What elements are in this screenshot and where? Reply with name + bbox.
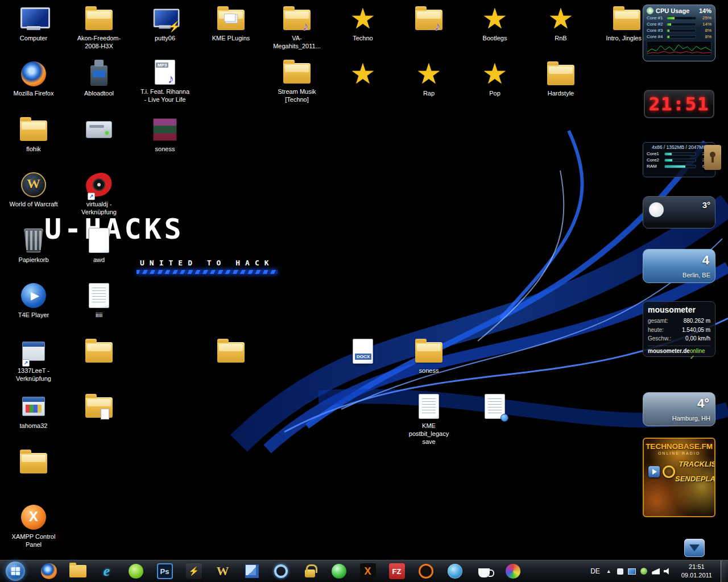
- taskbar-button-orange-ring-app[interactable]: [411, 560, 440, 582]
- taskbar-button-lock-app[interactable]: [295, 560, 324, 582]
- wallpaper-logo-underline: [136, 270, 278, 274]
- desktop-icon-xampp-control-panel[interactable]: XXAMPP Control Panel: [7, 503, 60, 549]
- desktop-icon-abloadtool[interactable]: Abloadtool: [73, 60, 125, 98]
- taskbar-button-blue-ring-app[interactable]: [266, 560, 295, 582]
- desktop-icon-virtualdj-verkn-pfung[interactable]: virtualdj - Verknüpfung: [73, 171, 125, 217]
- desktop-icon-t-i-feat-rihanna-live-your-life[interactable]: MP3♪T.i. Feat. Rihanna - Live Your Life: [139, 58, 191, 104]
- desktop-icon-textfile-badge-35[interactable]: [469, 392, 521, 422]
- weather-gadget-hamburg[interactable]: 4° Hamburg, HH: [643, 392, 715, 426]
- desktop-icon-rnb[interactable]: ★RnB: [535, 5, 587, 43]
- taskbar-button-xfire[interactable]: X: [353, 560, 382, 582]
- taskbar-button-explorer[interactable]: [63, 560, 92, 582]
- mousometer-gadget[interactable]: mousometer gesamt:880.262 mheute:1.540,0…: [643, 301, 715, 357]
- weather-gadget-berlin[interactable]: 4 Berlin, BE: [643, 249, 715, 283]
- taskbar-clock[interactable]: 21:51 09.01.2011: [677, 563, 717, 580]
- taskbar-button-paint[interactable]: [498, 560, 527, 582]
- orange-ring-app-icon: [419, 564, 433, 579]
- desktop-icon-drive-19[interactable]: [73, 115, 125, 146]
- show-desktop-button[interactable]: [721, 560, 728, 582]
- desktop-icon-t4e-player[interactable]: ▶T4E Player: [7, 281, 60, 319]
- desktop-icon-label: Techno: [337, 35, 389, 43]
- desktop-icon-pop[interactable]: ★Pop: [469, 60, 521, 98]
- start-button[interactable]: [6, 562, 25, 581]
- desktop-icon-label: flohik: [7, 146, 60, 153]
- language-indicator[interactable]: DE: [588, 566, 602, 576]
- lock-gadget[interactable]: [704, 145, 721, 170]
- cloud-graphic: [643, 218, 715, 228]
- taskbar-button-winamp[interactable]: ⚡: [179, 560, 208, 582]
- technobase-tracklist-link[interactable]: TRACKLIST: [675, 460, 715, 468]
- desktop-icon-rap[interactable]: ★Rap: [403, 60, 455, 98]
- desktop-icon-1337leet-verkn-pfung[interactable]: 1337LeeT - Verknüpfung: [7, 337, 60, 383]
- display-icon[interactable]: [627, 567, 637, 576]
- clock-gadget[interactable]: 21:51: [644, 90, 714, 118]
- desktop[interactable]: U-HACKS UNITED TO HACK ComputerAkon-Free…: [0, 0, 728, 560]
- gadget-scroll-down-button[interactable]: [684, 539, 705, 557]
- desktop-icon-folder-28[interactable]: [73, 337, 125, 367]
- usb-icon[interactable]: [615, 567, 625, 576]
- taskbar-button-cube-app[interactable]: [237, 560, 266, 582]
- desktop-icon-akon-freedom-2008-h3x[interactable]: Akon-Freedom-2008-H3X: [73, 5, 125, 51]
- taskbar-button-wow[interactable]: W: [208, 560, 237, 582]
- desktop-icon-folder-page-33[interactable]: [73, 392, 125, 422]
- taskbar-button-filezilla[interactable]: FZ: [382, 560, 411, 582]
- desktop-icon-world-of-warcraft[interactable]: WWorld of Warcraft: [7, 171, 60, 209]
- desktop-icon-kme-postbit-legacy-save[interactable]: KME postbit_legacy save: [403, 392, 455, 446]
- taskbar-time: 21:51: [681, 563, 712, 571]
- desktop-icon-awd[interactable]: awd: [73, 226, 125, 264]
- desktop-icon-putty06[interactable]: ⚡putty06: [139, 5, 191, 43]
- paint-icon: [506, 564, 520, 579]
- desktop-icon-stream-musik-techno[interactable]: Stream Musik [Techno]: [271, 58, 323, 104]
- desktop-icon-flohik[interactable]: flohik: [7, 115, 60, 153]
- recycle-icon: [18, 226, 49, 255]
- cpu-history-graph: [647, 41, 712, 56]
- vinyl-icon: [83, 171, 115, 199]
- hidden-icons-chevron[interactable]: [606, 568, 611, 574]
- taskbar-button-firefox[interactable]: [34, 560, 63, 582]
- desktop-icon-techno[interactable]: ★Techno: [337, 5, 389, 43]
- weather-gadget-night[interactable]: 3°: [643, 196, 715, 228]
- desktop-icon-folder-29[interactable]: [205, 337, 257, 367]
- mousometer-link[interactable]: mousometer.de: [648, 348, 690, 360]
- cpu-usage-gadget[interactable]: CPU Usage 14% Core #125%Core #214%Core #…: [643, 5, 715, 61]
- desktop-icon-kme-plugins[interactable]: KME PLugins: [205, 5, 257, 43]
- play-icon[interactable]: [648, 466, 660, 477]
- desktop-icon-tahoma32[interactable]: tahoma32: [7, 392, 60, 430]
- cpu-total-value: 14%: [699, 7, 712, 14]
- desktop-icon-soness[interactable]: soness: [403, 337, 455, 375]
- desktop-icon-soness[interactable]: soness: [139, 115, 191, 153]
- taskbar-button-photoshop[interactable]: Ps: [150, 560, 179, 582]
- technobase-banner[interactable]: TECHNOBASE.FM ONLINE RADIO TRACKLIST & S…: [643, 438, 715, 517]
- folder-icon: [18, 448, 49, 476]
- technobase-subtitle: ONLINE RADIO: [644, 451, 714, 455]
- desktop-icon-computer[interactable]: Computer: [7, 5, 60, 43]
- star-icon: ★: [479, 60, 511, 88]
- mousometer-stat-row: gesamt:880.262 m: [648, 317, 710, 326]
- folder-icon: [215, 337, 247, 365]
- technobase-sendeplan-link[interactable]: SENDEPLAN: [675, 475, 715, 483]
- taskbar-button-green-orb-app[interactable]: [324, 560, 353, 582]
- taskbar-button-java[interactable]: [469, 560, 498, 582]
- folder-icon: [281, 58, 313, 86]
- volume-icon[interactable]: [663, 567, 673, 576]
- desktop-icon-star-14[interactable]: ★: [337, 60, 389, 90]
- desktop-icon-hardstyle[interactable]: Hardstyle: [535, 60, 587, 98]
- desktop-icon-bootlegs[interactable]: ★Bootlegs: [469, 5, 521, 43]
- desktop-icon-papierkorb[interactable]: Papierkorb: [7, 226, 60, 264]
- taskbar-button-internet-explorer[interactable]: e: [92, 560, 121, 582]
- network-icon[interactable]: [651, 567, 661, 576]
- desktop-icon-folder-36[interactable]: [7, 448, 60, 478]
- desktop-icon-label: XAMPP Control Panel: [7, 533, 60, 549]
- taskbar-button-icq[interactable]: [121, 560, 150, 582]
- desktop-icon-mozilla-firefox[interactable]: Mozilla Firefox: [7, 60, 60, 98]
- play-icon: ▶: [18, 281, 49, 310]
- mousometer-title: mousometer: [648, 305, 710, 314]
- desktop-icon-folder-music-6[interactable]: ♪: [403, 5, 455, 35]
- desktop-icon-docx-30[interactable]: DOCX: [337, 337, 389, 367]
- temperature-value: 3°: [702, 200, 710, 210]
- desktop-icon-iiiii[interactable]: iiiii: [73, 281, 125, 319]
- desktop-icon-va-megahits-2011[interactable]: ♪VA-Megahits_2011...: [271, 5, 323, 51]
- cpu-core-row: Core #38%: [647, 28, 712, 33]
- taskbar-button-globe-app[interactable]: [440, 560, 469, 582]
- antivirus-icon[interactable]: [639, 567, 649, 576]
